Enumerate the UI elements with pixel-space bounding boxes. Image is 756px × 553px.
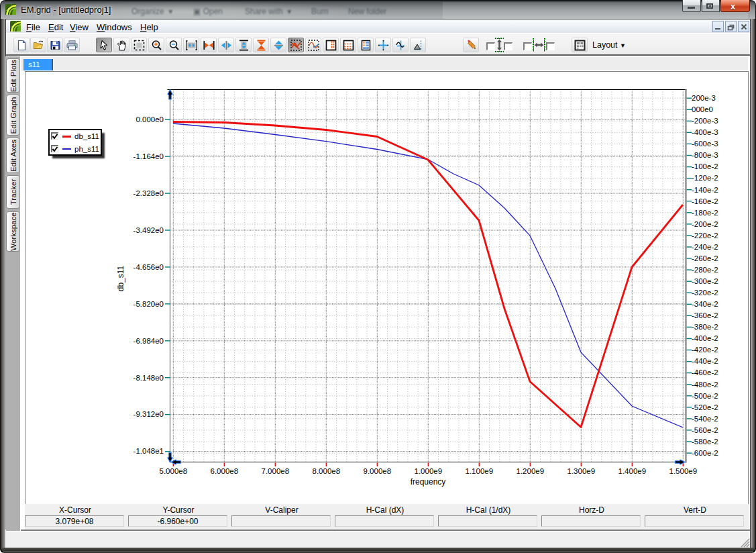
svg-text:frequency: frequency — [411, 477, 446, 487]
svg-text:-140e-2: -140e-2 — [692, 186, 718, 194]
svg-text:-100e-2: -100e-2 — [692, 162, 718, 170]
svg-text:-240e-2: -240e-2 — [692, 243, 718, 251]
svg-text:db_s11: db_s11 — [116, 265, 125, 291]
svg-text:-520e-2: -520e-2 — [692, 403, 718, 411]
svg-text:1.000e9: 1.000e9 — [415, 467, 443, 475]
svg-text:-1.048e1: -1.048e1 — [133, 447, 164, 455]
svg-text:1.300e9: 1.300e9 — [568, 467, 596, 475]
svg-text:-540e-2: -540e-2 — [692, 415, 718, 423]
svg-text:-5.820e0: -5.820e0 — [133, 300, 164, 308]
svg-text:0.000e0: 0.000e0 — [136, 115, 164, 123]
svg-text:7.000e8: 7.000e8 — [262, 467, 290, 475]
svg-text:-460e-2: -460e-2 — [692, 368, 718, 376]
svg-text:1.400e9: 1.400e9 — [618, 467, 647, 475]
svg-text:-600e-2: -600e-2 — [692, 449, 718, 457]
svg-text:-560e-2: -560e-2 — [692, 426, 718, 434]
svg-text:-1.164e0: -1.164e0 — [133, 152, 164, 160]
svg-text:-400e-2: -400e-2 — [692, 334, 718, 342]
svg-text:-300e-2: -300e-2 — [692, 277, 718, 285]
svg-text:-6.984e0: -6.984e0 — [133, 337, 164, 345]
svg-text:-3.492e0: -3.492e0 — [133, 226, 164, 234]
svg-text:-420e-2: -420e-2 — [692, 346, 718, 354]
svg-text:-280e-2: -280e-2 — [692, 266, 718, 274]
svg-text:-120e-2: -120e-2 — [692, 174, 718, 182]
svg-text:200e-3: 200e-3 — [692, 94, 716, 102]
svg-text:-380e-2: -380e-2 — [692, 323, 718, 331]
svg-text:-500e-2: -500e-2 — [692, 392, 718, 400]
svg-text:-480e-2: -480e-2 — [692, 381, 718, 389]
svg-text:-220e-2: -220e-2 — [692, 232, 718, 240]
svg-text:1.500e9: 1.500e9 — [669, 467, 698, 475]
svg-text:-400e-3: -400e-3 — [692, 128, 718, 136]
svg-text:-9.312e0: -9.312e0 — [133, 410, 164, 418]
svg-text:6.000e8: 6.000e8 — [211, 467, 239, 475]
svg-text:-160e-2: -160e-2 — [692, 197, 718, 205]
svg-text:-600e-3: -600e-3 — [692, 140, 718, 148]
svg-text:5.000e8: 5.000e8 — [160, 467, 188, 475]
svg-text:-320e-2: -320e-2 — [692, 289, 718, 297]
svg-text:-360e-2: -360e-2 — [692, 311, 718, 319]
svg-text:-340e-2: -340e-2 — [692, 300, 718, 308]
svg-text:-440e-2: -440e-2 — [692, 357, 718, 365]
svg-text:-180e-2: -180e-2 — [692, 209, 718, 217]
svg-text:-4.656e0: -4.656e0 — [133, 263, 164, 271]
svg-text:8.000e8: 8.000e8 — [313, 467, 341, 475]
svg-text:-260e-2: -260e-2 — [692, 254, 718, 262]
svg-text:000e0: 000e0 — [692, 105, 713, 113]
svg-text:1.200e9: 1.200e9 — [517, 467, 545, 475]
svg-text:-8.148e0: -8.148e0 — [133, 374, 164, 382]
svg-text:-800e-3: -800e-3 — [692, 151, 718, 159]
svg-text:1.100e9: 1.100e9 — [466, 467, 494, 475]
svg-text:9.000e8: 9.000e8 — [364, 467, 392, 475]
svg-text:-200e-2: -200e-2 — [692, 220, 718, 228]
svg-text:-200e-3: -200e-3 — [692, 117, 718, 125]
svg-text:-2.328e0: -2.328e0 — [133, 189, 164, 197]
svg-text:-580e-2: -580e-2 — [692, 438, 718, 446]
